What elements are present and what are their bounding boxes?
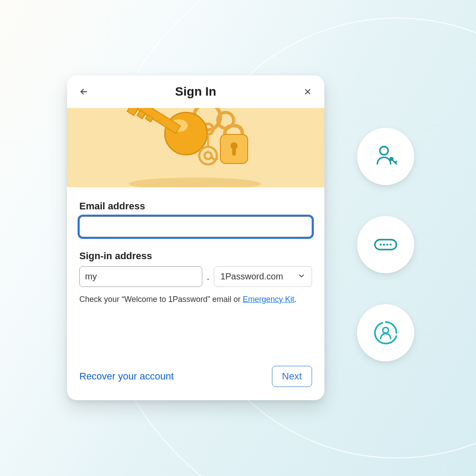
close-icon bbox=[303, 87, 312, 96]
svg-point-7 bbox=[383, 327, 388, 333]
page-title: Sign In bbox=[175, 85, 216, 99]
key-illustration bbox=[67, 108, 324, 187]
svg-rect-21 bbox=[232, 148, 236, 156]
domain-select[interactable]: 1Password.com bbox=[214, 266, 312, 287]
svg-point-23 bbox=[199, 147, 217, 164]
emergency-kit-link[interactable]: Emergency Kit bbox=[243, 295, 294, 304]
signin-hint: Check your “Welcome to 1Password” email … bbox=[79, 295, 312, 304]
chevron-down-icon bbox=[298, 272, 305, 282]
password-dots-icon bbox=[357, 216, 414, 273]
svg-point-0 bbox=[380, 147, 388, 155]
signin-address-label: Sign-in address bbox=[79, 250, 312, 262]
recover-account-link[interactable]: Recover your account bbox=[79, 371, 174, 382]
profile-progress-icon bbox=[357, 304, 414, 361]
svg-point-3 bbox=[379, 244, 382, 246]
subdomain-input[interactable] bbox=[79, 266, 202, 287]
arrow-left-icon bbox=[79, 87, 89, 97]
svg-point-6 bbox=[390, 244, 392, 246]
svg-point-5 bbox=[386, 244, 388, 246]
domain-selected-label: 1Password.com bbox=[220, 271, 283, 282]
svg-point-8 bbox=[129, 178, 261, 187]
email-input[interactable] bbox=[79, 216, 312, 237]
next-button[interactable]: Next bbox=[272, 366, 312, 387]
signin-card: Sign In bbox=[67, 75, 324, 400]
user-key-icon bbox=[357, 128, 414, 185]
card-footer: Recover your account Next bbox=[67, 355, 324, 400]
email-label: Email address bbox=[79, 201, 312, 212]
side-icons bbox=[357, 128, 414, 361]
domain-separator: . bbox=[207, 271, 209, 283]
svg-rect-2 bbox=[375, 240, 397, 250]
svg-rect-16 bbox=[127, 108, 138, 115]
close-button[interactable] bbox=[300, 84, 316, 100]
back-button[interactable] bbox=[76, 84, 92, 100]
svg-point-4 bbox=[383, 244, 385, 246]
signin-form: Email address Sign-in address . 1Passwor… bbox=[67, 187, 324, 355]
svg-point-24 bbox=[205, 152, 212, 159]
card-header: Sign In bbox=[67, 75, 324, 108]
